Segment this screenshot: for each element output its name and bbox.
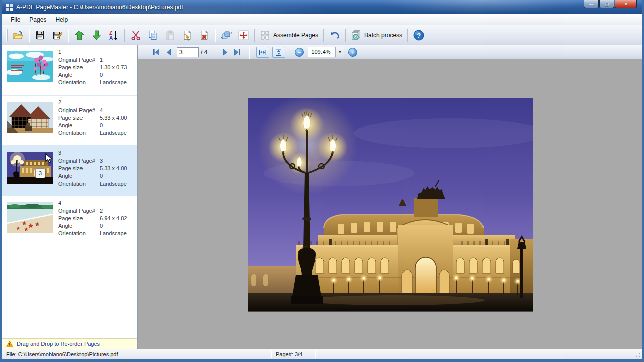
- rotate-icon: [221, 30, 232, 41]
- page-number: 3: [58, 149, 127, 157]
- label-original-page: Original Page#: [58, 157, 100, 165]
- navigation-toolbar: / 4 − 109.4% ▼: [138, 45, 642, 59]
- label-original-page: Original Page#: [58, 207, 100, 215]
- close-button[interactable]: ✕: [615, 0, 637, 8]
- label-orientation: Orientation: [58, 79, 100, 86]
- cut-scissors-icon: [130, 30, 141, 41]
- undo-button[interactable]: [326, 27, 343, 43]
- label-page-size: Page size: [58, 165, 100, 172]
- first-page-button[interactable]: [150, 47, 163, 58]
- batch-process-button[interactable]: Batch process: [348, 27, 405, 43]
- svg-text:A: A: [109, 35, 113, 41]
- move-page-button[interactable]: [235, 27, 252, 43]
- page-4-details: 4 Original Page#2 Page size6.94 x 4.82 A…: [58, 199, 127, 237]
- toolbar-separator: [68, 29, 69, 42]
- page-2-thumbnail[interactable]: [7, 102, 53, 133]
- assemble-grid-icon: [260, 30, 271, 41]
- value-page-size: 6.94 x 4.82: [100, 215, 127, 222]
- opera-house-night-image: [248, 98, 533, 311]
- label-orientation: Orientation: [58, 230, 100, 237]
- move-page-down-button[interactable]: [88, 27, 105, 43]
- page-4-thumbnail[interactable]: [7, 202, 53, 233]
- menu-pages[interactable]: Pages: [25, 15, 51, 25]
- title-bar[interactable]: A-PDF PageMaster - C:\Users\mobiano6\Des…: [0, 0, 644, 14]
- window-title: A-PDF PageMaster - C:\Users\mobiano6\Des…: [16, 4, 183, 11]
- rotate-page-button[interactable]: [218, 27, 235, 43]
- beach-thumbnail-image: [7, 202, 53, 233]
- menu-file[interactable]: File: [6, 15, 25, 25]
- value-angle: 0: [100, 172, 103, 180]
- value-original-page: 3: [100, 157, 103, 165]
- menu-help[interactable]: Help: [51, 15, 72, 25]
- page-number-input[interactable]: [177, 47, 199, 57]
- toolbar-separator: [124, 29, 125, 42]
- warning-icon: [6, 341, 13, 347]
- app-window: A-PDF PageMaster - C:\Users\mobiano6\Des…: [0, 0, 644, 362]
- page-list-panel: 1 Original Page#1 Page size1.30 x 0.73 A…: [2, 45, 138, 349]
- value-original-page: 1: [100, 56, 103, 64]
- label-original-page: Original Page#: [58, 56, 100, 64]
- assemble-pages-button[interactable]: Assemble Pages: [257, 27, 321, 43]
- page-list: 1 Original Page#1 Page size1.30 x 0.73 A…: [2, 45, 137, 338]
- insert-page-icon: [182, 30, 193, 41]
- cut-button[interactable]: [127, 27, 144, 43]
- previous-page-button[interactable]: [163, 47, 175, 58]
- maximize-button[interactable]: ▢: [599, 0, 614, 8]
- zoom-in-button[interactable]: +: [348, 48, 357, 57]
- fit-height-icon: [275, 48, 283, 56]
- move-arrows-icon: [238, 30, 249, 41]
- assemble-pages-label: Assemble Pages: [273, 32, 318, 39]
- value-angle: 0: [100, 122, 103, 129]
- down-arrow-icon: [91, 30, 102, 41]
- zoom-out-button[interactable]: −: [295, 48, 304, 57]
- toolbar-separator: [215, 29, 216, 42]
- page-total-label: / 4: [201, 49, 207, 56]
- help-icon: ?: [413, 30, 424, 41]
- delete-page-button[interactable]: [196, 27, 213, 43]
- open-button[interactable]: [10, 27, 27, 43]
- help-button[interactable]: ?: [410, 27, 427, 43]
- sort-pages-button[interactable]: Z A: [105, 27, 122, 43]
- page-list-item-1[interactable]: 1 Original Page#1 Page size1.30 x 0.73 A…: [2, 45, 137, 96]
- next-page-icon: [221, 48, 229, 56]
- navbar-separator: [249, 46, 250, 59]
- minimize-button[interactable]: —: [584, 0, 599, 8]
- page-1-thumbnail[interactable]: [7, 51, 53, 82]
- fit-width-icon: [259, 48, 267, 56]
- batch-process-icon: [351, 30, 362, 41]
- value-page-size: 1.30 x 0.73: [100, 64, 127, 71]
- page-list-item-2[interactable]: 2 Original Page#4 Page size5.33 x 4.00 A…: [2, 96, 137, 146]
- next-page-button[interactable]: [219, 47, 231, 58]
- fit-height-button[interactable]: [272, 47, 285, 58]
- toolbar-separator: [345, 29, 346, 42]
- label-original-page: Original Page#: [58, 107, 100, 114]
- label-angle: Angle: [58, 122, 100, 129]
- save-as-icon: [52, 30, 63, 41]
- main-toolbar: Z A: [2, 25, 642, 45]
- label-orientation: Orientation: [58, 180, 100, 188]
- resize-grip[interactable]: [635, 352, 640, 357]
- reorder-hint-bar: Drag and Drop to Re-order Pages: [2, 338, 137, 349]
- copy-button[interactable]: [144, 27, 162, 43]
- page-preview-area[interactable]: [138, 59, 642, 349]
- page-list-item-3-selected[interactable]: 3 3 Original Page#3 Page size5.33 x 4.00…: [2, 146, 137, 196]
- page-3-preview-photo: [248, 98, 533, 312]
- toolbar-separator: [323, 29, 324, 42]
- page-list-item-4[interactable]: 4 Original Page#2 Page size6.94 x 4.82 A…: [2, 196, 137, 246]
- dropdown-arrow-icon[interactable]: ▼: [335, 47, 344, 57]
- save-icon: [35, 30, 46, 41]
- value-orientation: Landscape: [100, 230, 127, 237]
- reorder-hint-text: Drag and Drop to Re-order Pages: [17, 341, 100, 347]
- last-page-button[interactable]: [231, 47, 244, 58]
- save-button[interactable]: [32, 27, 49, 43]
- move-page-up-button[interactable]: [71, 27, 88, 43]
- zoom-level-dropdown[interactable]: 109.4% ▼: [308, 47, 344, 57]
- preview-pane: / 4 − 109.4% ▼: [138, 45, 642, 349]
- insert-page-button[interactable]: [179, 27, 196, 43]
- paste-button[interactable]: [162, 27, 179, 43]
- status-file-path: File: C:\Users\mobiano6\Desktop\Pictures…: [2, 349, 271, 359]
- fit-width-button[interactable]: [256, 47, 269, 58]
- mouse-cursor: [45, 153, 52, 164]
- save-as-button[interactable]: [49, 27, 66, 43]
- toolbar-separator: [29, 29, 30, 42]
